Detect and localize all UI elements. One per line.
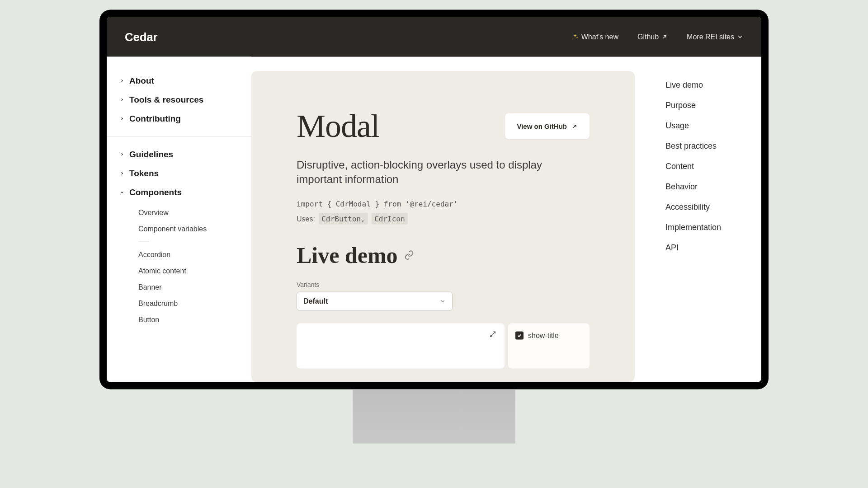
sparkle-icon: [571, 33, 579, 41]
content-wrap: Modal View on GitHub Disruptive, action-…: [251, 57, 653, 382]
chevron-down-icon: [737, 34, 743, 40]
title-row: Modal View on GitHub: [297, 108, 590, 145]
toc-item-behavior[interactable]: Behavior: [665, 177, 749, 197]
view-on-github-button[interactable]: View on GitHub: [505, 113, 590, 139]
sidebar: About Tools & resources Co: [107, 57, 251, 382]
sub-item-breadcrumb[interactable]: Breadcrumb: [138, 296, 239, 312]
sidebar-label: About: [129, 76, 154, 86]
chevron-right-icon: [119, 152, 125, 157]
toc-item-best-practices[interactable]: Best practices: [665, 136, 749, 156]
show-title-checkbox-row[interactable]: show-title: [515, 331, 582, 339]
uses-tag: CdrIcon: [372, 213, 407, 224]
demo-preview: [297, 323, 505, 368]
toc-item-live-demo[interactable]: Live demo: [665, 75, 749, 95]
nav-github-label: Github: [637, 33, 659, 41]
toc-item-content[interactable]: Content: [665, 156, 749, 177]
toc-item-implementation[interactable]: Implementation: [665, 217, 749, 238]
variants-label: Variants: [297, 281, 590, 288]
sidebar-label: Tokens: [129, 169, 159, 178]
monitor-bezel: Cedar What's new Github: [99, 10, 769, 389]
checkbox-label: show-title: [528, 331, 559, 339]
toc-item-accessibility[interactable]: Accessibility: [665, 197, 749, 217]
header-nav: What's new Github More REI sites: [571, 33, 743, 41]
sub-item-banner[interactable]: Banner: [138, 279, 239, 296]
toc-item-purpose[interactable]: Purpose: [665, 95, 749, 116]
sidebar-group-top: About Tools & resources Co: [107, 71, 251, 128]
chevron-right-icon: [119, 117, 125, 121]
chevron-right-icon: [119, 79, 125, 83]
expand-button[interactable]: [489, 330, 496, 338]
sub-item-atomic-content[interactable]: Atomic content: [138, 263, 239, 279]
nav-whats-new[interactable]: What's new: [571, 33, 618, 41]
uses-tag: CdrButton,: [319, 213, 368, 224]
chevron-right-icon: [119, 98, 125, 102]
section-title-text: Live demo: [297, 242, 398, 268]
sidebar-group-bottom: Guidelines Tokens Componen: [107, 145, 251, 328]
monitor-stand: [353, 389, 515, 444]
logo[interactable]: Cedar: [125, 30, 157, 44]
demo-panel: show-title: [297, 323, 590, 368]
external-link-icon: [571, 123, 578, 129]
sidebar-divider: [107, 136, 251, 137]
components-sublist: Overview Component variables Accordion A…: [119, 202, 239, 328]
demo-controls: show-title: [508, 323, 590, 368]
nav-github[interactable]: Github: [637, 33, 668, 41]
sidebar-label: Components: [129, 188, 182, 197]
page-title: Modal: [297, 108, 379, 145]
content-panel: Modal View on GitHub Disruptive, action-…: [251, 71, 635, 382]
toc-item-api[interactable]: API: [665, 238, 749, 258]
main-area: Modal View on GitHub Disruptive, action-…: [251, 57, 761, 382]
checkbox-checked-icon[interactable]: [515, 331, 524, 339]
toc-item-usage[interactable]: Usage: [665, 116, 749, 136]
variants-selected-value: Default: [303, 297, 328, 305]
external-link-icon: [661, 34, 668, 40]
sub-item-accordion[interactable]: Accordion: [138, 247, 239, 263]
sidebar-item-about[interactable]: About: [119, 71, 239, 90]
sidebar-label: Contributing: [129, 114, 181, 124]
uses-label: Uses:: [297, 215, 315, 222]
chevron-right-icon: [119, 171, 125, 176]
sub-item-button[interactable]: Button: [138, 312, 239, 328]
sub-item-component-variables[interactable]: Component variables: [138, 221, 239, 237]
chevron-down-icon: [439, 298, 446, 304]
page-body: About Tools & resources Co: [107, 57, 761, 382]
sidebar-item-tools[interactable]: Tools & resources: [119, 90, 239, 109]
sidebar-label: Tools & resources: [129, 95, 203, 105]
page-description: Disruptive, action-blocking overlays use…: [297, 158, 550, 187]
import-line: import { CdrModal } from '@rei/cedar': [297, 199, 590, 208]
nav-more-sites-label: More REI sites: [687, 33, 734, 41]
site-header: Cedar What's new Github: [107, 17, 761, 57]
sidebar-item-components[interactable]: Components: [119, 183, 239, 202]
github-button-label: View on GitHub: [517, 122, 567, 130]
nav-more-sites[interactable]: More REI sites: [687, 33, 743, 41]
sub-item-overview[interactable]: Overview: [138, 205, 239, 221]
sidebar-item-contributing[interactable]: Contributing: [119, 109, 239, 128]
sidebar-item-tokens[interactable]: Tokens: [119, 164, 239, 183]
sub-divider: [138, 242, 149, 242]
table-of-contents: Live demo Purpose Usage Best practices C…: [653, 57, 761, 382]
uses-line: Uses: CdrButton, CdrIcon: [297, 214, 590, 223]
screen: Cedar What's new Github: [107, 17, 761, 382]
section-live-demo: Live demo: [297, 242, 590, 268]
chevron-down-icon: [119, 190, 125, 195]
nav-whats-new-label: What's new: [581, 33, 618, 41]
sidebar-label: Guidelines: [129, 150, 173, 160]
variants-select[interactable]: Default: [297, 291, 453, 310]
anchor-link-icon[interactable]: [404, 250, 414, 260]
sidebar-item-guidelines[interactable]: Guidelines: [119, 145, 239, 164]
